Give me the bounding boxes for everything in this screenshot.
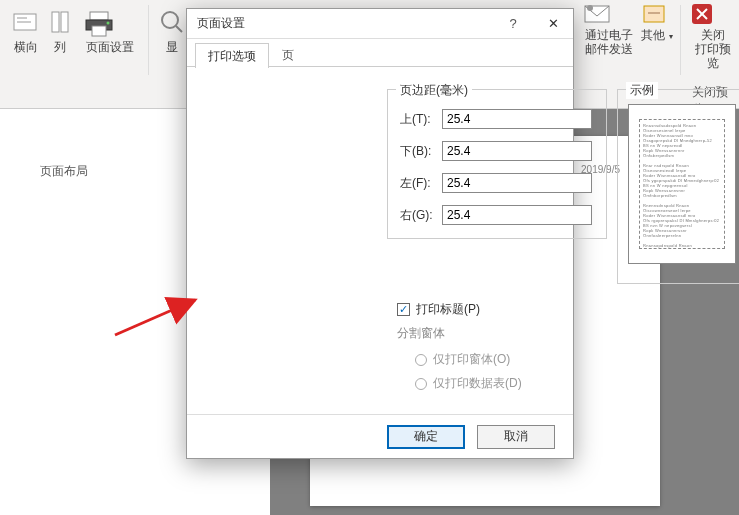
split-form-label: 分割窗体 [397, 325, 445, 342]
ribbon-group-layout: 页面布局 [40, 163, 88, 180]
landscape-icon [12, 8, 40, 38]
margins-group: 页边距(毫米) 上(T): 下(B): 左(F): 右(G): [387, 89, 607, 239]
margin-right-label: 右(G): [400, 207, 442, 224]
dialog-tabs: 打印选项 页 [187, 39, 573, 67]
display-button[interactable]: 显 [158, 8, 186, 54]
only-data-row: 仅打印数据表(D) [415, 375, 522, 392]
margin-bottom-label: 下(B): [400, 143, 442, 160]
svg-rect-14 [648, 12, 660, 14]
margin-bottom-row: 下(B): [400, 140, 592, 162]
columns-label: 列 [48, 40, 72, 54]
ok-button[interactable]: 确定 [387, 425, 465, 449]
svg-point-8 [107, 22, 110, 25]
only-form-radio [415, 354, 427, 366]
only-data-label: 仅打印数据表(D) [433, 375, 522, 392]
zoom-icon [158, 8, 186, 38]
sample-page: Rnasnsdsadxspold RnaonOiseorsesienel ler… [628, 104, 736, 264]
other-button[interactable]: 其他 ▾ [640, 2, 674, 44]
svg-rect-1 [17, 17, 27, 19]
margin-left-input[interactable] [442, 173, 592, 193]
page-setup-dialog: 页面设置 ? ✕ 打印选项 页 页边距(毫米) 上(T): 下(B): 左(F)… [186, 8, 574, 459]
display-label: 显 [158, 40, 186, 54]
email-button[interactable]: 通过电子 邮件发送 [582, 2, 636, 56]
cancel-button[interactable]: 取消 [477, 425, 555, 449]
landscape-label: 横向 [12, 40, 40, 54]
margin-left-row: 左(F): [400, 172, 592, 194]
page-setup-label: 页面设置 [82, 40, 138, 54]
other-label: 其他 ▾ [640, 28, 674, 44]
sample-legend: 示例 [626, 82, 658, 99]
margin-left-label: 左(F): [400, 175, 442, 192]
landscape-button[interactable]: 横向 [12, 8, 40, 54]
svg-line-18 [115, 300, 195, 335]
svg-rect-3 [52, 12, 59, 32]
margin-right-input[interactable] [442, 205, 592, 225]
dropdown-icon: ▾ [669, 32, 673, 41]
printer-icon [82, 8, 138, 38]
svg-rect-4 [61, 12, 68, 32]
margin-right-row: 右(G): [400, 204, 592, 226]
svg-point-12 [587, 5, 593, 11]
svg-line-10 [176, 26, 182, 32]
dialog-titlebar[interactable]: 页面设置 ? ✕ [187, 9, 573, 39]
sample-inner: Rnasnsdsadxspold RnaonOiseorsesienel ler… [639, 119, 725, 249]
close-label1: 关闭 [690, 28, 736, 42]
margin-top-input[interactable] [442, 109, 592, 129]
other-icon [640, 2, 674, 26]
page-setup-button[interactable]: 页面设置 [82, 8, 138, 54]
print-title-label: 打印标题(P) [416, 301, 480, 318]
only-data-radio [415, 378, 427, 390]
tab-page[interactable]: 页 [269, 42, 307, 67]
svg-rect-7 [92, 26, 106, 36]
svg-point-9 [162, 12, 178, 28]
margin-bottom-input[interactable] [442, 141, 592, 161]
svg-rect-2 [17, 21, 31, 23]
close-label2: 打印预览 [690, 42, 736, 70]
only-form-row: 仅打印窗体(O) [415, 351, 510, 368]
ribbon-separator [680, 5, 681, 75]
close-preview-button[interactable]: 关闭 打印预览 [690, 2, 736, 70]
dialog-title: 页面设置 [187, 15, 493, 32]
ribbon-separator [148, 5, 149, 75]
margin-top-row: 上(T): [400, 108, 592, 130]
email-label1: 通过电子 [582, 28, 636, 42]
columns-button[interactable]: 列 [48, 8, 72, 54]
close-button[interactable]: ✕ [533, 9, 573, 39]
margin-top-label: 上(T): [400, 111, 442, 128]
only-form-label: 仅打印窗体(O) [433, 351, 510, 368]
svg-rect-5 [90, 12, 108, 20]
print-title-checkbox[interactable] [397, 303, 410, 316]
email-label2: 邮件发送 [582, 42, 636, 56]
help-button[interactable]: ? [493, 9, 533, 39]
sample-group: 示例 Rnasnsdsadxspold RnaonOiseorsesienel … [617, 89, 739, 284]
close-icon [690, 2, 736, 26]
dialog-button-row: 确定 取消 [187, 414, 573, 458]
margins-legend: 页边距(毫米) [396, 82, 472, 99]
print-title-row[interactable]: 打印标题(P) [397, 301, 480, 318]
tab-print-options[interactable]: 打印选项 [195, 43, 269, 68]
email-icon [582, 2, 636, 26]
columns-icon [48, 8, 72, 38]
